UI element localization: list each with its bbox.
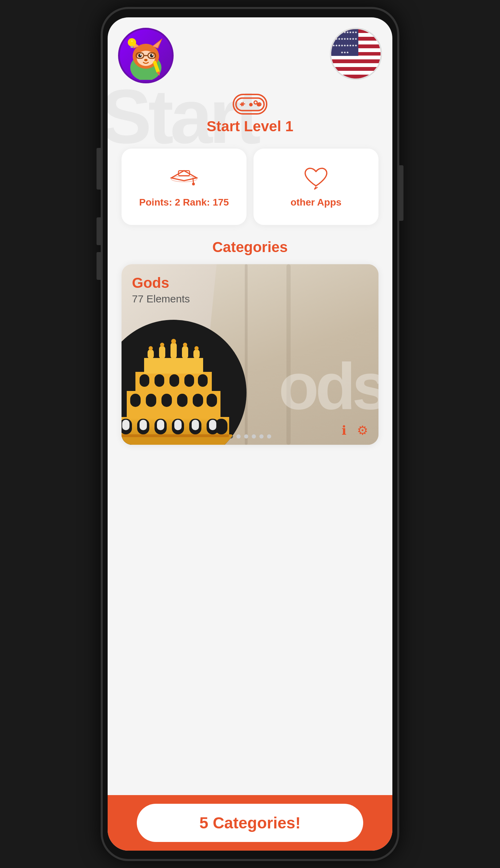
points-rank-card[interactable]: Points: 2 Rank: 175 [122,149,247,225]
svg-point-60 [171,339,176,344]
categories-button[interactable]: 5 Categories! [137,804,363,842]
svg-rect-50 [169,374,179,387]
svg-rect-52 [198,374,208,387]
svg-rect-54 [159,346,165,359]
svg-rect-57 [193,349,200,359]
top-bar: ★★★★★★ ★★★★★★ ★★★★★★ ★★★★★★ ★★★★★★ [108,17,392,83]
svg-rect-66 [174,420,182,430]
svg-rect-42 [130,394,141,407]
svg-rect-51 [184,374,194,387]
dot-4[interactable] [252,434,256,439]
categories-button-label: 5 Categories! [199,813,300,832]
main-content: Start Level 1 [108,83,392,452]
svg-rect-49 [155,374,164,387]
svg-rect-64 [140,420,147,430]
svg-rect-16 [131,46,133,48]
svg-point-58 [149,346,153,350]
svg-rect-45 [177,394,188,407]
svg-rect-43 [146,394,156,407]
svg-rect-41 [215,419,227,434]
svg-rect-32 [127,391,220,419]
phone-frame: Start [101,7,399,861]
points-rank-label: Points: 2 Rank: 175 [139,197,229,208]
settings-icon[interactable]: ⚙ [357,423,368,438]
svg-rect-67 [192,420,199,430]
svg-point-23 [258,103,261,106]
language-flag[interactable]: ★★★★★★ ★★★★★★ ★★★★★★ ★★★★★★ ★★★★★★ [330,28,382,80]
dot-6[interactable] [267,434,271,439]
svg-line-27 [193,178,194,183]
svg-point-28 [192,183,195,185]
svg-point-61 [183,343,187,347]
cards-grid: Points: 2 Rank: 175 other Apps [122,149,378,225]
svg-point-15 [128,38,136,47]
category-card[interactable]: ods Gods 77 Elements [122,264,378,445]
graduation-cap-icon [168,166,200,190]
category-title: Gods [132,275,190,291]
volume-up-button[interactable] [97,217,101,245]
svg-rect-63 [122,420,130,430]
category-info: Gods 77 Elements [132,275,190,305]
bottom-bar: 5 Categories! [108,795,392,851]
svg-rect-69 [122,434,229,437]
svg-rect-53 [148,349,154,359]
svg-rect-47 [207,394,217,407]
heart-icon [300,166,332,190]
svg-rect-34 [144,358,203,374]
svg-point-22 [254,101,257,104]
svg-rect-65 [157,420,164,430]
bottom-icons: ℹ ⚙ [342,423,368,438]
svg-point-59 [160,343,164,347]
dot-5[interactable] [259,434,264,439]
svg-rect-68 [209,420,216,430]
other-apps-card[interactable]: other Apps [253,149,378,225]
svg-rect-56 [182,346,188,359]
phone-screen: Start [108,17,392,851]
category-elements: 77 Elements [132,293,190,305]
categories-header: Categories [122,239,378,256]
other-apps-label: other Apps [291,197,342,208]
svg-point-10 [138,54,142,57]
svg-point-11 [150,54,153,57]
start-level-section: Start Level 1 [122,94,378,135]
game-controller-icon [233,94,267,115]
volume-down-button[interactable] [97,252,101,280]
svg-point-62 [194,346,199,350]
svg-rect-55 [170,342,177,359]
temple-illustration [122,320,247,445]
info-icon[interactable]: ℹ [342,423,347,438]
svg-rect-48 [140,374,149,387]
avatar[interactable] [118,28,174,83]
svg-point-13 [152,54,153,56]
svg-rect-46 [193,394,203,407]
svg-point-12 [140,54,141,56]
svg-point-14 [144,59,148,61]
svg-rect-44 [161,394,172,407]
start-level-text[interactable]: Start Level 1 [207,118,293,135]
